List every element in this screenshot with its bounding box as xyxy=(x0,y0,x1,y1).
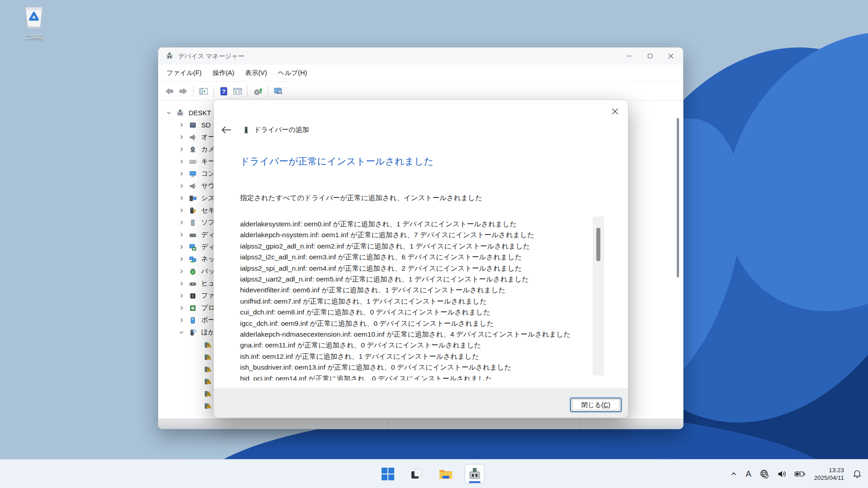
software-icon xyxy=(189,219,197,227)
warning-icon xyxy=(203,402,212,410)
firmware-icon xyxy=(189,292,197,300)
chevron-right-icon[interactable] xyxy=(178,318,184,323)
result-line: hid_pci.inf: oem14.inf が正常に追加され、0 デバイスにイ… xyxy=(240,373,590,380)
chevron-right-icon[interactable] xyxy=(178,257,184,262)
chevron-right-icon[interactable] xyxy=(178,122,184,127)
security-icon xyxy=(189,206,197,215)
maximize-button[interactable] xyxy=(640,47,660,65)
chevron-down-icon[interactable] xyxy=(178,330,184,335)
svg-text:?: ? xyxy=(194,330,195,333)
taskbar-file-explorer-button[interactable] xyxy=(436,464,456,484)
chevron-right-icon[interactable] xyxy=(178,208,184,213)
properties-icon[interactable] xyxy=(231,84,244,98)
update-driver-icon[interactable] xyxy=(251,84,264,98)
menu-item-0[interactable]: ファイル(F) xyxy=(161,66,207,80)
warning-icon xyxy=(203,377,212,385)
dialog-scrollbar[interactable] xyxy=(593,216,604,375)
result-line: gna.inf: oem11.inf が正常に追加され、0 デバイスにインストー… xyxy=(240,340,590,351)
driver-device-icon xyxy=(243,126,250,134)
menu-item-1[interactable]: 操作(A) xyxy=(207,66,240,80)
chevron-right-icon[interactable] xyxy=(178,281,184,286)
monitor-icon xyxy=(189,170,197,178)
result-line: cui_dch.inf: oem8.inf が正常に追加され、0 デバイスにイン… xyxy=(240,307,590,318)
back-arrow-icon[interactable] xyxy=(221,126,233,134)
taskbar: A 13:23 2025/04/11 xyxy=(0,459,868,488)
recycle-bin[interactable]: ごみ箱 xyxy=(17,4,51,41)
chevron-right-icon[interactable] xyxy=(178,159,184,164)
chevron-right-icon[interactable] xyxy=(178,196,184,201)
close-window-button[interactable] xyxy=(660,47,681,65)
dialog-close-icon[interactable] xyxy=(608,104,622,118)
statusbar-separator xyxy=(580,421,581,427)
taskbar-device-manager-button[interactable] xyxy=(465,464,485,484)
minimize-button[interactable] xyxy=(619,47,640,65)
toolbar-separator xyxy=(213,85,214,97)
volume-icon[interactable] xyxy=(775,468,788,480)
result-line: alderlakepch-ndmasecextension.inf: oem10… xyxy=(240,329,590,340)
menu-item-3[interactable]: ヘルプ(H) xyxy=(273,66,313,80)
result-line: ish_busdriver.inf: oem13.inf が正常に追加され、0 … xyxy=(240,362,590,373)
device-manager-icon xyxy=(165,52,174,62)
chevron-right-icon[interactable] xyxy=(178,147,184,152)
network-globe-icon[interactable] xyxy=(758,468,770,480)
window-title: デバイス マネージャー xyxy=(178,47,245,65)
show-console-icon[interactable] xyxy=(197,84,210,98)
svg-text:?: ? xyxy=(222,88,226,94)
computer-icon xyxy=(176,109,184,117)
dm-tree-scrollbar[interactable] xyxy=(677,118,679,277)
camera-icon xyxy=(189,145,197,154)
warning-icon xyxy=(203,341,212,349)
result-list: alderlakesystem.inf: oem0.inf が正常に追加され、1… xyxy=(240,219,590,380)
toolbar-separator xyxy=(268,85,268,97)
chevron-right-icon[interactable] xyxy=(178,220,184,225)
close-dialog-button[interactable]: 閉じる(C) xyxy=(571,398,621,412)
clock-time: 13:23 xyxy=(814,466,844,474)
result-line: igcc_dch.inf: oem9.inf が正常に追加され、0 デバイスにイ… xyxy=(240,318,590,329)
dialog-scrollbar-thumb[interactable] xyxy=(596,228,600,261)
taskbar-task-view-button[interactable] xyxy=(407,464,427,484)
processor-icon xyxy=(189,304,197,312)
menu-item-2[interactable]: 表示(V) xyxy=(240,66,272,80)
chevron-down-icon[interactable] xyxy=(165,110,172,115)
dm-menubar: ファイル(F)操作(A)表示(V)ヘルプ(H) xyxy=(158,65,683,82)
battery-charging-icon[interactable] xyxy=(793,468,807,480)
notifications-bell-icon[interactable] xyxy=(851,468,863,480)
chevron-right-icon[interactable] xyxy=(178,305,184,310)
taskbar-start-button[interactable] xyxy=(378,464,398,484)
ports-icon xyxy=(189,316,197,324)
dm-titlebar[interactable]: デバイス マネージャー xyxy=(158,47,683,65)
dialog-title: ドライバーの追加 xyxy=(254,126,309,134)
chevron-right-icon[interactable] xyxy=(178,183,184,188)
chevron-right-icon[interactable] xyxy=(178,244,184,249)
scan-hardware-icon[interactable] xyxy=(271,84,285,98)
result-line: ish.inf: oem12.inf が正常に追加され、1 デバイスにインストー… xyxy=(240,351,590,362)
result-line: ialpss2_spi_adl_n.inf: oem4.inf が正常に追加され… xyxy=(240,263,590,274)
dm-statusbar xyxy=(158,419,683,429)
tree-item-label: DESKT xyxy=(189,109,211,117)
clock-date: 2025/04/11 xyxy=(814,474,844,482)
forward-icon[interactable] xyxy=(176,84,190,98)
back-icon[interactable] xyxy=(163,84,176,98)
chevron-right-icon[interactable] xyxy=(178,135,184,140)
chevron-right-icon[interactable] xyxy=(178,269,184,274)
result-line: unifhid.inf: oem7.inf が正常に追加され、1 デバイスにイン… xyxy=(240,296,590,307)
chevron-right-icon[interactable] xyxy=(178,171,184,176)
tray-chevron-up-icon[interactable] xyxy=(729,469,739,479)
result-line: ialpss2_gpio2_adl_n.inf: oem2.inf が正常に追加… xyxy=(240,241,590,252)
tree-item-label: SD xyxy=(201,121,211,129)
chevron-right-icon[interactable] xyxy=(178,232,184,237)
keyboard-icon xyxy=(189,158,197,166)
sd-host-icon xyxy=(189,121,197,129)
disk-icon xyxy=(189,231,197,239)
taskbar-clock[interactable]: 13:23 2025/04/11 xyxy=(814,466,844,482)
tree-item-label: ポー xyxy=(201,316,215,324)
chevron-right-icon[interactable] xyxy=(178,293,184,298)
audio-icon xyxy=(189,133,197,141)
other-icon: ? xyxy=(189,328,197,337)
toolbar-separator xyxy=(247,85,248,97)
help-icon[interactable]: ? xyxy=(217,84,231,98)
warning-icon xyxy=(203,365,212,373)
system-icon xyxy=(189,194,197,202)
ime-mode-indicator[interactable]: A xyxy=(744,469,753,479)
add-driver-dialog: ドライバーの追加 ドライバーが正常にインストールされました 指定されたすべてのド… xyxy=(213,99,628,418)
